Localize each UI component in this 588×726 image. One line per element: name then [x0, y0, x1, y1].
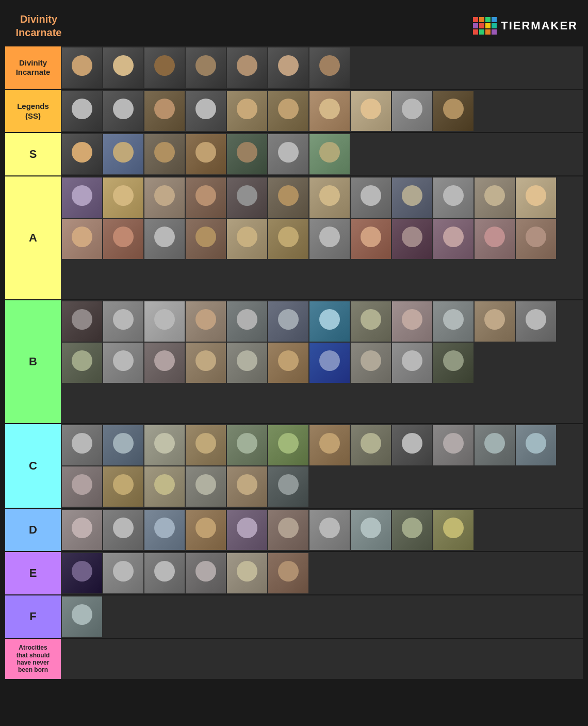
list-item — [144, 301, 185, 342]
portrait — [433, 301, 473, 342]
portrait — [309, 91, 350, 131]
tier-label-c: C — [5, 424, 61, 508]
portrait — [62, 596, 102, 637]
list-item — [103, 301, 143, 342]
tier-label-s: S — [5, 133, 61, 175]
list-item — [516, 178, 556, 218]
list-item — [227, 134, 267, 174]
tier-row-atrocities: Atrocitiesthat shouldhave neverbeen born — [5, 639, 583, 680]
list-item — [268, 425, 308, 465]
list-item — [268, 301, 308, 342]
tier-label-e: E — [5, 552, 61, 594]
portrait — [227, 510, 267, 550]
portrait — [351, 510, 391, 550]
tier-items-ss — [61, 90, 583, 132]
list-item — [433, 425, 473, 465]
list-item — [103, 134, 143, 174]
list-item — [227, 466, 267, 507]
list-item — [144, 178, 185, 218]
list-item — [144, 466, 185, 507]
list-item — [144, 425, 185, 465]
tier-items-a — [61, 176, 583, 299]
portrait — [186, 91, 226, 131]
tier-row-divinity: DivinityIncarnate — [5, 46, 583, 90]
list-item — [351, 91, 391, 131]
list-item — [475, 178, 515, 218]
tier-row-s: S — [5, 133, 583, 176]
portrait — [351, 219, 391, 259]
portrait — [227, 425, 267, 465]
list-item — [227, 47, 267, 88]
portrait — [186, 466, 226, 507]
list-item — [62, 219, 102, 259]
logo-text: TiERMAKER — [501, 19, 578, 33]
logo-grid-icon — [473, 17, 497, 35]
list-item — [475, 301, 515, 342]
list-item — [475, 425, 515, 465]
portrait — [516, 425, 556, 465]
portrait — [227, 553, 267, 593]
portrait — [144, 343, 185, 383]
portrait — [186, 553, 226, 593]
list-item — [186, 343, 226, 383]
portrait — [103, 343, 143, 383]
list-item — [227, 343, 267, 383]
list-item — [268, 134, 308, 174]
list-item — [309, 301, 350, 342]
list-item — [186, 301, 226, 342]
portrait — [144, 425, 185, 465]
portrait — [227, 134, 267, 174]
tier-row-ss: Legends(SS) — [5, 90, 583, 133]
tier-items-c — [61, 424, 583, 508]
portrait — [62, 510, 102, 550]
portrait — [433, 510, 473, 550]
portrait — [103, 219, 143, 259]
portrait — [309, 343, 350, 383]
portrait — [62, 553, 102, 593]
tier-label-a: A — [5, 176, 61, 299]
portrait — [227, 219, 267, 259]
list-item — [309, 47, 350, 88]
list-item — [309, 219, 350, 259]
portrait — [392, 178, 432, 218]
portrait — [392, 510, 432, 550]
portrait — [144, 219, 185, 259]
list-item — [351, 510, 391, 550]
portrait — [516, 301, 556, 342]
list-item — [433, 219, 473, 259]
portrait — [62, 301, 102, 342]
list-item — [186, 553, 226, 593]
list-item — [309, 425, 350, 465]
list-item — [351, 301, 391, 342]
list-item — [103, 91, 143, 131]
portrait — [186, 178, 226, 218]
list-item — [392, 178, 432, 218]
list-item — [144, 91, 185, 131]
portrait — [103, 466, 143, 507]
portrait — [144, 134, 185, 174]
list-item — [268, 343, 308, 383]
portrait — [309, 47, 350, 88]
list-item — [268, 47, 308, 88]
list-item — [268, 178, 308, 218]
portrait — [62, 178, 102, 218]
portrait — [268, 343, 308, 383]
tier-row-c: C — [5, 424, 583, 509]
list-item — [103, 510, 143, 550]
list-item — [103, 178, 143, 218]
list-item — [62, 466, 102, 507]
portrait — [62, 466, 102, 507]
list-item — [186, 466, 226, 507]
tier-label-divinity: DivinityIncarnate — [5, 46, 61, 89]
portrait — [103, 178, 143, 218]
list-item — [392, 91, 432, 131]
portrait — [351, 301, 391, 342]
portrait — [186, 510, 226, 550]
list-item — [392, 343, 432, 383]
list-item — [103, 425, 143, 465]
list-item — [103, 47, 143, 88]
list-item — [433, 178, 473, 218]
tier-row-a: A — [5, 176, 583, 300]
list-item — [309, 91, 350, 131]
portrait — [516, 219, 556, 259]
